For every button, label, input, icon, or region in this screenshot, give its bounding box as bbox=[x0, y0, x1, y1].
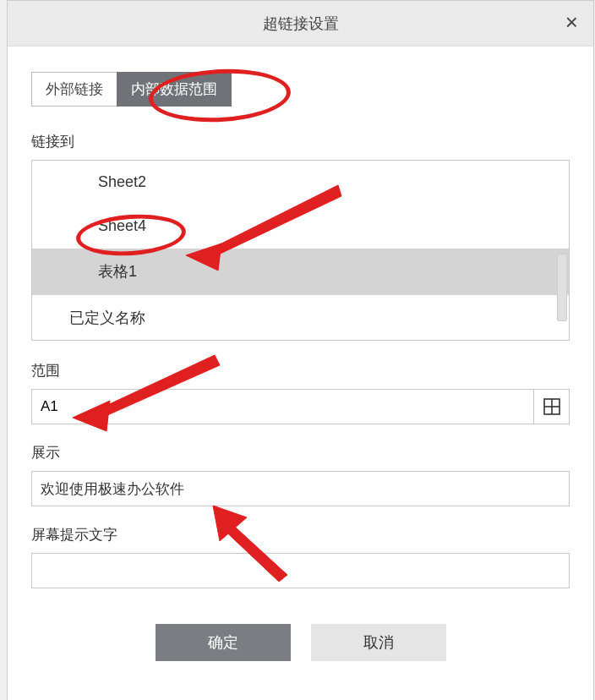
titlebar: 超链接设置 × bbox=[8, 1, 593, 46]
link-to-list[interactable]: Sheet2 Sheet4 表格1 已定义名称 bbox=[31, 160, 570, 341]
link-type-tabs: 外部链接 内部数据范围 bbox=[31, 72, 570, 107]
tab-external-link[interactable]: 外部链接 bbox=[31, 72, 117, 107]
close-icon[interactable]: × bbox=[565, 11, 578, 33]
select-range-button[interactable] bbox=[534, 389, 570, 424]
ok-button[interactable]: 确定 bbox=[156, 624, 291, 661]
list-item[interactable]: Sheet2 bbox=[32, 161, 569, 205]
dialog-buttons: 确定 取消 bbox=[31, 607, 570, 685]
tooltip-label: 屏幕提示文字 bbox=[31, 525, 570, 544]
range-label: 范围 bbox=[31, 361, 570, 380]
display-label: 展示 bbox=[31, 443, 570, 462]
range-row bbox=[31, 389, 570, 424]
list-item[interactable]: 已定义名称 bbox=[32, 295, 569, 341]
grid-icon bbox=[543, 398, 560, 415]
range-input[interactable] bbox=[31, 389, 534, 424]
tab-internal-range[interactable]: 内部数据范围 bbox=[117, 72, 232, 107]
link-to-label: 链接到 bbox=[31, 132, 570, 151]
tooltip-input[interactable] bbox=[31, 553, 570, 588]
display-input[interactable] bbox=[31, 471, 570, 506]
dialog-content: 外部链接 内部数据范围 链接到 Sheet2 Sheet4 表格1 已定义名称 … bbox=[8, 46, 593, 700]
cancel-button[interactable]: 取消 bbox=[311, 624, 446, 661]
scrollbar-thumb[interactable] bbox=[557, 254, 567, 321]
list-item[interactable]: 表格1 bbox=[32, 249, 569, 295]
list-item[interactable]: Sheet4 bbox=[32, 205, 569, 249]
dialog-title: 超链接设置 bbox=[263, 14, 339, 34]
hyperlink-settings-dialog: 超链接设置 × 外部链接 内部数据范围 链接到 Sheet2 Sheet4 表格… bbox=[7, 0, 594, 700]
